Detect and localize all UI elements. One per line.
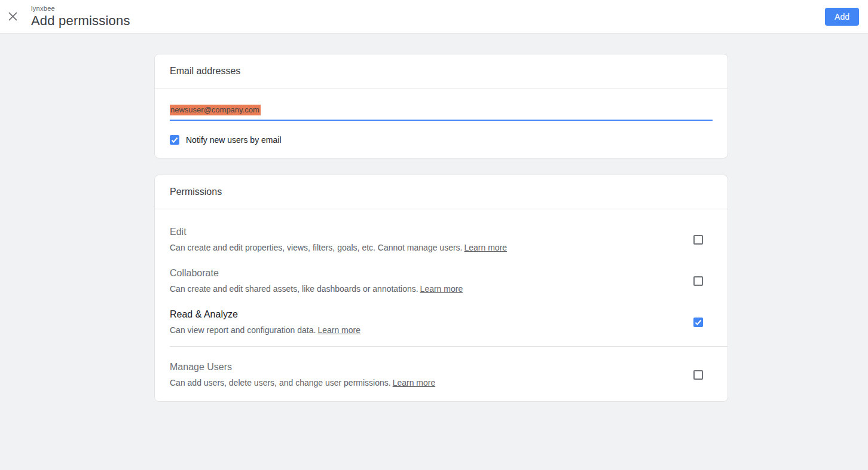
permission-row-collaborate: Collaborate Can create and edit shared a… (155, 259, 728, 300)
account-name: lynxbee (31, 5, 130, 12)
permissions-card-body: Edit Can create and edit properties, vie… (155, 209, 728, 401)
learn-more-link[interactable]: Learn more (317, 325, 360, 335)
notify-checkbox[interactable] (170, 135, 179, 145)
permission-row-edit: Edit Can create and edit properties, vie… (155, 218, 728, 259)
collaborate-checkbox[interactable] (693, 276, 703, 286)
permissions-card-title: Permissions (155, 175, 728, 209)
checkmark-icon (171, 136, 178, 144)
manage-users-checkbox[interactable] (693, 370, 703, 380)
permission-text: Read & Analyze Can view report and confi… (170, 309, 693, 335)
permission-title: Manage Users (170, 361, 693, 373)
permission-row-read-analyze: Read & Analyze Can view report and confi… (155, 300, 728, 341)
permission-text: Edit Can create and edit properties, vie… (170, 226, 693, 253)
permission-description: Can create and edit properties, views, f… (170, 243, 693, 253)
close-button[interactable] (3, 7, 22, 26)
page-title: Add permissions (31, 13, 130, 29)
notify-label[interactable]: Notify new users by email (186, 135, 282, 145)
dialog-body: Email addresses newsuser@company.com Not… (0, 33, 868, 402)
email-addresses-card: Email addresses newsuser@company.com Not… (154, 54, 728, 158)
email-input[interactable]: newsuser@company.com (170, 105, 713, 121)
permission-description: Can add users, delete users, and change … (170, 378, 693, 388)
dialog-header: lynxbee Add permissions Add (0, 0, 868, 33)
learn-more-link[interactable]: Learn more (420, 284, 463, 294)
email-card-body: newsuser@company.com Notify new users by… (155, 88, 728, 158)
permission-title: Edit (170, 226, 693, 237)
learn-more-link[interactable]: Learn more (464, 243, 507, 252)
permission-text: Manage Users Can add users, delete users… (170, 361, 693, 388)
learn-more-link[interactable]: Learn more (393, 378, 436, 387)
permission-row-manage-users: Manage Users Can add users, delete users… (155, 347, 728, 394)
permission-title: Collaborate (170, 267, 693, 279)
notify-row: Notify new users by email (170, 135, 713, 145)
edit-checkbox[interactable] (693, 235, 703, 245)
checkmark-icon (695, 319, 702, 326)
read-analyze-checkbox[interactable] (693, 318, 703, 327)
title-block: lynxbee Add permissions (31, 5, 130, 29)
permission-description: Can view report and configuration data.L… (170, 325, 693, 335)
permission-title: Read & Analyze (170, 309, 693, 320)
permissions-card: Permissions Edit Can create and edit pro… (154, 175, 728, 402)
add-button[interactable]: Add (825, 8, 859, 26)
email-input-value: newsuser@company.com (170, 105, 261, 115)
permission-description: Can create and edit shared assets, like … (170, 284, 693, 294)
email-card-title: Email addresses (155, 54, 728, 88)
close-icon (8, 11, 18, 22)
permission-text: Collaborate Can create and edit shared a… (170, 267, 693, 294)
